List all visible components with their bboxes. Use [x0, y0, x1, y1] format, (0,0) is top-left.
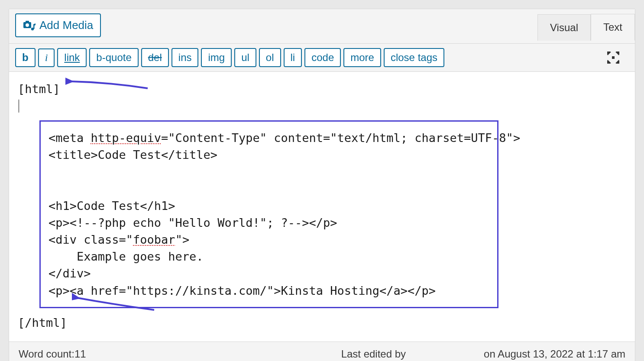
last-edited-date: on August 13, 2022 at 1:17 am — [484, 348, 625, 360]
qt-bold-button[interactable]: b — [15, 48, 36, 67]
editor-container: Add Media Visual Text b i link b-quote d… — [9, 9, 635, 361]
svg-rect-1 — [26, 21, 29, 23]
add-media-label: Add Media — [39, 19, 93, 32]
word-count-label: Word count: — [19, 348, 74, 360]
qt-link-button[interactable]: link — [57, 48, 87, 67]
qt-italic-button[interactable]: i — [38, 48, 55, 67]
shortcode-close-tag: [/html] — [18, 314, 67, 331]
qt-img-button[interactable]: img — [201, 48, 232, 67]
tab-visual[interactable]: Visual — [537, 14, 591, 41]
qt-ul-button[interactable]: ul — [234, 48, 256, 67]
qt-li-button[interactable]: li — [284, 48, 302, 67]
shortcode-open-tag: [html] — [18, 81, 60, 97]
svg-point-2 — [26, 23, 29, 27]
code-content: <meta http-equiv="Content-Type" content=… — [49, 129, 489, 299]
text-caret — [19, 100, 19, 113]
qt-ins-button[interactable]: ins — [172, 48, 199, 67]
quicktags-toolbar: b i link b-quote del ins img ul ol li co… — [9, 44, 635, 72]
spell-error-foobar: foobar — [133, 233, 175, 246]
qt-more-button[interactable]: more — [343, 48, 381, 67]
status-bar: Word count: 11 Last edited by on August … — [9, 342, 635, 361]
editor-content[interactable]: [html] — [18, 81, 626, 114]
tab-text[interactable]: Text — [591, 14, 635, 41]
spell-error-http-equiv: http-equiv — [91, 131, 162, 145]
add-media-button[interactable]: Add Media — [15, 13, 101, 37]
text-editor-area[interactable]: [html] <meta http-equiv="Content-Type" c… — [9, 72, 635, 342]
qt-close-tags-button[interactable]: close tags — [384, 48, 444, 67]
fullscreen-icon[interactable] — [606, 51, 620, 64]
editor-tabs: Visual Text — [537, 13, 635, 40]
camera-music-icon — [23, 20, 36, 31]
last-edited-by-label: Last edited by — [341, 348, 406, 360]
qt-bquote-button[interactable]: b-quote — [89, 48, 138, 67]
qt-del-button[interactable]: del — [141, 48, 169, 67]
word-count-value: 11 — [74, 348, 86, 360]
svg-rect-9 — [612, 56, 615, 59]
shortcode-close-row: [/html] — [18, 314, 626, 331]
code-highlight-box: <meta http-equiv="Content-Type" content=… — [39, 120, 498, 308]
qt-code-button[interactable]: code — [304, 48, 341, 67]
editor-top-row: Add Media Visual Text — [9, 9, 635, 44]
qt-ol-button[interactable]: ol — [259, 48, 281, 67]
